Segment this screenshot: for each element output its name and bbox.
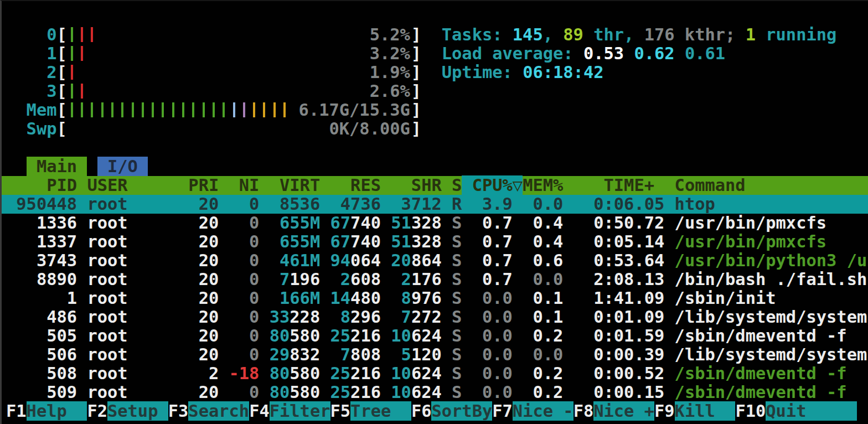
meter-bar-yellow [253, 102, 255, 117]
fn-key-label: F8 [574, 401, 594, 421]
function-key-bar: F1Help F2Setup F3SearchF4FilterF5Tree F6… [2, 402, 868, 421]
column-header-pid[interactable]: PID [6, 175, 77, 195]
column-header-command[interactable]: Command [675, 175, 746, 195]
fn-key-label: F1 [6, 401, 27, 421]
fn-tree[interactable]: F5Tree [330, 401, 411, 421]
meter-bar-red [71, 65, 73, 80]
meter-bar-green [101, 102, 104, 117]
fn-action-label: Setup [107, 401, 168, 421]
meter-bar-yellow [283, 102, 286, 117]
summary-panel: Tasks: 145, 89 thr, 176 kthr; 1 running … [442, 25, 837, 82]
meter-bar-green [203, 102, 205, 117]
fn-key-label: F2 [87, 401, 107, 421]
column-header-s[interactable]: S [452, 175, 462, 195]
meter-bar-zone: 3.2% [67, 44, 411, 63]
process-row-508[interactable]: 508 root 2 -18 80580 25216 10624 S 0.0 0… [2, 364, 868, 383]
meter-bar-green [223, 102, 225, 117]
fn-nice[interactable]: F8Nice + [574, 401, 654, 421]
meter-bar-zone: 2.6% [67, 82, 411, 101]
fn-help[interactable]: F1Help [6, 401, 87, 421]
htop-terminal: 0[5.2%] 1[3.2%] 2[1.9%] 3[2.6%] Mem[6.17… [0, 0, 868, 424]
meter-value: 2.6% [370, 82, 410, 101]
meter-bar-green [71, 27, 73, 42]
process-row-950448[interactable]: 950448 root 20 0 8536 4736 3712 R 3.9 0.… [2, 195, 868, 214]
meter-bar-red [81, 46, 83, 61]
meter-bar-zone: 1.9% [67, 63, 411, 82]
fn-nice[interactable]: F7Nice - [492, 401, 573, 421]
meter-bar-green [182, 102, 184, 117]
process-row-505[interactable]: 505 root 20 0 80580 25216 10624 S 0.0 0.… [2, 327, 868, 345]
tasks-summary: Tasks: 145, 89 thr, 176 kthr; 1 running [442, 25, 837, 44]
fn-action-label: Nice + [593, 401, 654, 421]
uptime-summary: Uptime: 06:18:42 [442, 63, 837, 82]
fn-sortby[interactable]: F6SortBy [411, 401, 492, 421]
process-table: 950448 root 20 0 8536 4736 3712 R 3.9 0.… [2, 195, 868, 402]
meter-bar-green [162, 102, 164, 117]
fn-action-label: Filter [270, 401, 330, 421]
fn-key-label: F7 [492, 401, 513, 421]
fn-key-label: F9 [654, 401, 675, 421]
tab-io[interactable]: I/O [97, 157, 148, 176]
meter-value: 1.9% [370, 63, 410, 82]
column-header-pri[interactable]: PRI [188, 175, 219, 195]
fn-action-label: Quit [766, 401, 857, 421]
fn-action-label: Kill [675, 401, 736, 421]
process-row-8890[interactable]: 8890 root 20 0 7196 2608 2176 S 0.7 0.0 … [2, 270, 868, 289]
process-row-509[interactable]: 509 root 20 0 80580 25216 10624 S 0.0 0.… [2, 383, 868, 402]
meter-bar-green [213, 102, 215, 117]
process-row-486[interactable]: 486 root 20 0 33228 8296 7272 S 0.0 0.1 … [2, 308, 868, 327]
fn-search[interactable]: F3Search [168, 401, 249, 421]
column-header-mem[interactable]: MEM% [523, 175, 563, 195]
meter-bar-yellow [263, 102, 265, 117]
fn-quit[interactable]: F10Quit [735, 401, 857, 421]
process-row-1336[interactable]: 1336 root 20 0 655M 67740 51328 S 0.7 0.… [2, 214, 868, 232]
meter-bar-green [71, 46, 73, 61]
memory-meter: Mem[6.17G/15.3G] [2, 101, 868, 120]
meter-bar-green [152, 102, 154, 117]
fn-key-label: F5 [330, 401, 351, 421]
column-header-virt[interactable]: VIRT [270, 175, 320, 195]
meter-bar-zone: 6.17G/15.3G [67, 101, 411, 120]
fn-action-label: Search [188, 401, 249, 421]
meter-bar-red [81, 27, 83, 42]
swap-meter: Swp[0K/8.00G] [2, 120, 868, 138]
fn-key-label: F3 [168, 401, 189, 421]
meter-value: 5.2% [370, 25, 410, 44]
column-header-user[interactable]: USER [87, 175, 178, 195]
meter-bar-green [91, 102, 93, 117]
column-header-ni[interactable]: NI [229, 175, 260, 195]
fn-action-label: Nice - [513, 401, 574, 421]
meter-bar-blue [233, 102, 235, 117]
process-row-506[interactable]: 506 root 20 0 29832 7808 5120 S 0.0 0.0 … [2, 345, 868, 364]
meter-bar-green [192, 102, 194, 117]
tab-main[interactable]: Main [27, 157, 87, 176]
process-row-1[interactable]: 1 root 20 0 166M 14480 8976 S 0.0 0.1 1:… [2, 289, 868, 308]
meter-bar-purple [243, 102, 245, 117]
process-row-1337[interactable]: 1337 root 20 0 655M 67740 51328 S 0.7 0.… [2, 232, 868, 251]
column-header-res[interactable]: RES [330, 175, 381, 195]
meter-bar-red [81, 84, 83, 99]
fn-filter[interactable]: F4Filter [249, 401, 330, 421]
column-header-shr[interactable]: SHR [391, 175, 441, 195]
fn-kill[interactable]: F9Kill [654, 401, 735, 421]
meter-bar-green [111, 102, 113, 117]
column-header-cpu-sorted[interactable]: CPU%▽ [462, 175, 523, 195]
meter-bar-green [142, 102, 144, 117]
meter-bar-zone: 0K/8.00G [67, 120, 411, 138]
tab-bar: Main I/O [2, 157, 868, 176]
meter-bar-green [132, 102, 134, 117]
fn-setup[interactable]: F2Setup [87, 401, 168, 421]
fn-key-label: F6 [411, 401, 432, 421]
fn-action-label: Tree [350, 401, 411, 421]
load-average-summary: Load average: 0.53 0.62 0.61 [442, 44, 837, 63]
cpu-meter-3: 3[2.6%] [2, 82, 868, 101]
meter-value: 6.17G/15.3G [299, 101, 410, 120]
table-header: PID USER PRI NI VIRT RES SHR S CPU%▽MEM%… [2, 176, 868, 195]
fn-key-label: F4 [249, 401, 270, 421]
column-header-time[interactable]: TIME+ [574, 175, 665, 195]
meter-bar-green [121, 102, 123, 117]
meter-bar-zone: 5.2% [67, 25, 411, 44]
meter-value: 3.2% [370, 44, 410, 63]
fn-action-label: SortBy [431, 401, 492, 421]
process-row-3743[interactable]: 3743 root 20 0 461M 94064 20864 S 0.7 0.… [2, 251, 868, 270]
